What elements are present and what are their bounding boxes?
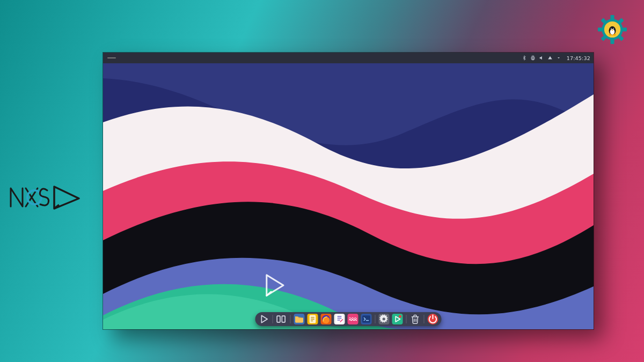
top-panel: 17:45:32	[103, 53, 594, 63]
svg-rect-4	[622, 28, 627, 31]
dock-separator	[375, 315, 376, 323]
note-icon	[334, 186, 345, 329]
dock-notes[interactable]	[334, 314, 345, 324]
dock-separator	[273, 315, 273, 323]
svg-point-15	[613, 28, 614, 29]
bluetooth-icon[interactable]	[522, 55, 527, 61]
dock-workspaces[interactable]	[276, 314, 287, 324]
firefox-icon	[321, 186, 332, 329]
volume-icon[interactable]	[539, 55, 544, 61]
dock-terminal[interactable]	[361, 314, 372, 324]
dock-trash[interactable]	[410, 314, 421, 324]
svg-rect-3	[598, 28, 603, 31]
workspaces-icon	[276, 186, 287, 329]
nxos-logo	[6, 178, 87, 217]
terminal-icon	[361, 186, 372, 329]
wallpaper	[103, 63, 594, 329]
system-tray[interactable]: 17:45:32	[522, 55, 590, 61]
svg-point-17	[609, 34, 612, 35]
play-triangle-icon	[259, 186, 269, 329]
dock-power[interactable]	[428, 314, 438, 324]
power-icon	[428, 186, 438, 329]
trash-icon	[410, 186, 421, 329]
svg-point-18	[613, 34, 616, 35]
dock-separator	[424, 315, 425, 323]
svg-rect-2	[611, 39, 614, 44]
document-icon	[308, 186, 318, 329]
printer-icon[interactable]	[530, 55, 536, 61]
folder-icon	[294, 186, 305, 329]
svg-rect-34	[362, 315, 370, 322]
gear-penguin-icon	[598, 15, 627, 44]
dock-separator	[290, 315, 291, 323]
dock-start-menu[interactable]	[259, 314, 269, 324]
dock-file-manager[interactable]	[294, 314, 305, 324]
dock-music[interactable]	[348, 314, 358, 324]
clock[interactable]: 17:45:32	[567, 55, 590, 61]
gear-icon	[379, 186, 390, 329]
svg-point-11	[610, 29, 615, 35]
dock-nx-software[interactable]	[392, 314, 403, 324]
music-icon	[348, 186, 358, 329]
svg-point-14	[611, 28, 611, 29]
svg-rect-26	[277, 316, 280, 322]
svg-point-36	[399, 315, 401, 318]
dock-firefox[interactable]	[321, 314, 332, 324]
svg-rect-27	[282, 316, 285, 322]
dock-text-editor[interactable]	[308, 314, 318, 324]
chevron-down-icon[interactable]	[556, 55, 561, 61]
dock	[255, 312, 442, 326]
dock-separator	[406, 315, 407, 323]
network-icon[interactable]	[547, 55, 553, 61]
site-badge	[598, 15, 627, 44]
svg-rect-1	[611, 15, 614, 20]
svg-rect-22	[532, 56, 533, 57]
nitrux-icon	[392, 186, 403, 329]
dock-settings[interactable]	[379, 314, 390, 324]
panel-left-handle	[107, 57, 116, 58]
desktop-screenshot: 17:45:32	[103, 53, 594, 329]
